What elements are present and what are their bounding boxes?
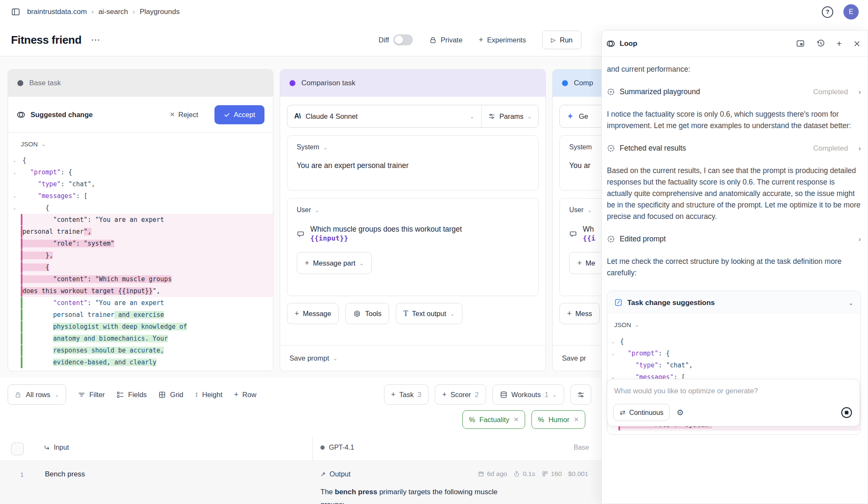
base-task-code[interactable]: ⌄{⌄ "prompt": { "type": "chat",⌄ "messag… [8,154,273,368]
step-status: Completed [813,143,848,154]
model-name: Claude 4 Sonnet [306,112,358,120]
history-icon[interactable] [816,39,825,48]
filter-button[interactable]: Filter [78,391,105,399]
step-status: Completed [813,86,848,98]
breadcrumb-section[interactable]: Playgrounds [139,8,180,16]
gear-icon[interactable]: ⚙ [676,407,684,418]
diff-toggle[interactable] [393,34,413,45]
text-output-button[interactable]: T Text output ⌄ [396,303,462,324]
loop-logo-icon [17,110,25,119]
plus-icon: + [305,259,309,268]
age-value: 6d ago [487,470,507,478]
stop-button[interactable] [840,406,853,419]
system-message-card[interactable]: System ⌄ You are an expert personal trai… [287,135,539,190]
select-all-checkbox[interactable] [11,442,24,455]
scorer-badge-humor[interactable]: % Humor ✕ [531,410,585,429]
task-change-suggestions-header[interactable]: Task change suggestions ⌄ [607,291,860,314]
table-toolbar: All rows ⌄ Filter Fields Grid [8,384,591,405]
user-message[interactable]: Which muscle groups does this workout ta… [297,225,529,243]
save-prompt-label: Save prompt [289,354,329,362]
tools-button[interactable]: Tools [345,303,389,324]
percent-icon: % [538,416,544,424]
loop-step-edited[interactable]: Edited prompt › [607,233,861,245]
reject-button[interactable]: ✕ Reject [170,111,198,119]
output-text[interactable]: The bench press primarily targets the fo… [320,486,520,504]
tools-label: Tools [365,310,381,318]
chevron-down-icon: ⌄ [333,356,338,361]
tokens-icon [542,470,548,477]
breadcrumb-project[interactable]: ai-search [98,8,128,16]
output-cell-label[interactable]: ↗ Output [320,470,351,478]
column-header-input[interactable]: Input [43,444,69,451]
plus-icon: + [567,309,572,318]
breadcrumb-org[interactable]: braintrustdata.com [27,8,87,16]
tokens-value: 160 [551,470,562,478]
height-label: Height [202,391,223,399]
scorer-badge-factuality[interactable]: % Factuality ✕ [462,410,525,429]
add-row-button[interactable]: + Row [234,390,256,399]
system-role-select[interactable]: System ⌄ [297,143,529,151]
loop-step-summarized[interactable]: Summarized playground Completed › [607,86,861,98]
table-settings-button[interactable] [570,384,591,405]
more-menu-icon[interactable]: ⋯ [91,34,100,45]
editor-mode-select[interactable]: JSON ⌄ [607,319,860,330]
third-system-label: System [569,143,592,151]
fields-button[interactable]: Fields [116,391,147,399]
composer-input[interactable] [614,387,853,395]
lock-icon [429,36,437,44]
model-select[interactable]: A\ Claude 4 Sonnet ⌄ [287,105,481,127]
tools-icon [353,310,361,318]
chevron-down-icon: ⌄ [527,114,532,119]
loop-paragraph: I notice the factuality score is only 0.… [607,109,861,132]
experiments-button[interactable]: + Experiments [479,35,526,45]
chevron-down-icon: ⌄ [41,141,46,147]
sidebar-toggle-icon[interactable] [11,7,20,17]
popout-panel-icon[interactable] [796,39,805,48]
new-chat-icon[interactable]: + [837,39,842,49]
private-label: Private [441,36,462,44]
close-panel-icon[interactable] [853,40,861,48]
base-task-header[interactable]: Base task [8,70,273,97]
badge-label: Factuality [479,416,509,424]
private-button[interactable]: Private [429,36,462,44]
add-scorer-button[interactable]: + Scorer 2 [435,384,486,405]
close-icon[interactable]: ✕ [573,416,579,423]
loop-step-fetched[interactable]: Fetched eval results Completed › [607,143,861,154]
editor-mode-select[interactable]: JSON ⌄ [8,140,273,148]
third-add-message-button[interactable]: + Mess [559,303,600,324]
app: braintrustdata.com › ai-search › Playgro… [0,0,868,504]
accept-button[interactable]: Accept [214,105,264,124]
cost-value: $0.001 [568,470,588,478]
scorer-badges: % Factuality ✕ % Humor ✕ [462,410,585,429]
all-rows-select[interactable]: All rows ⌄ [8,384,66,405]
close-icon[interactable]: ✕ [514,416,519,423]
run-button[interactable]: ▷ Run [542,31,581,49]
dataset-select[interactable]: Workouts 1 ⌄ [492,384,564,405]
base-column-label: Base [574,444,589,451]
chevron-down-icon: ⌄ [359,260,364,266]
user-role-select[interactable]: User ⌄ [297,206,529,214]
base-task-editor[interactable]: JSON ⌄ ⌄{⌄ "prompt": { "type": "chat",⌄ … [8,133,273,371]
add-task-button[interactable]: + Task 3 [384,384,429,405]
add-message-button[interactable]: + Message [287,303,339,324]
user-message-card[interactable]: User ⌄ Which muscle groups does this wor… [287,198,539,296]
suggested-change-bar: Suggested change ✕ Reject Accept [8,97,273,133]
params-button[interactable]: Params ⌄ [481,105,538,127]
experiments-label: Experiments [487,36,526,44]
plus-icon: + [442,390,447,399]
third-add-part-button[interactable]: + Me [569,252,603,274]
grid-button[interactable]: Grid [158,391,183,399]
height-button[interactable]: ↕ Height [195,390,223,399]
system-prompt-text[interactable]: You are an expert personal trainer [297,161,529,170]
avatar[interactable]: E [843,4,859,20]
continuous-mode-button[interactable]: ⇄ Continuous [613,404,670,421]
table-row[interactable]: 1 Bench press ↗ Output 6d ago 0.1s [0,461,601,504]
save-prompt-button[interactable]: Save prompt ⌄ [280,345,545,371]
add-message-part-button[interactable]: + Message part ⌄ [297,252,372,274]
row-input-value[interactable]: Bench press [45,470,85,479]
column-header-model[interactable]: GPT-4.1 [320,444,354,451]
plus-icon: + [295,309,299,318]
help-icon[interactable]: ? [822,6,833,18]
anthropic-logo-icon: A\ [294,112,300,120]
comparison-task-header[interactable]: Comparison task [280,70,545,97]
